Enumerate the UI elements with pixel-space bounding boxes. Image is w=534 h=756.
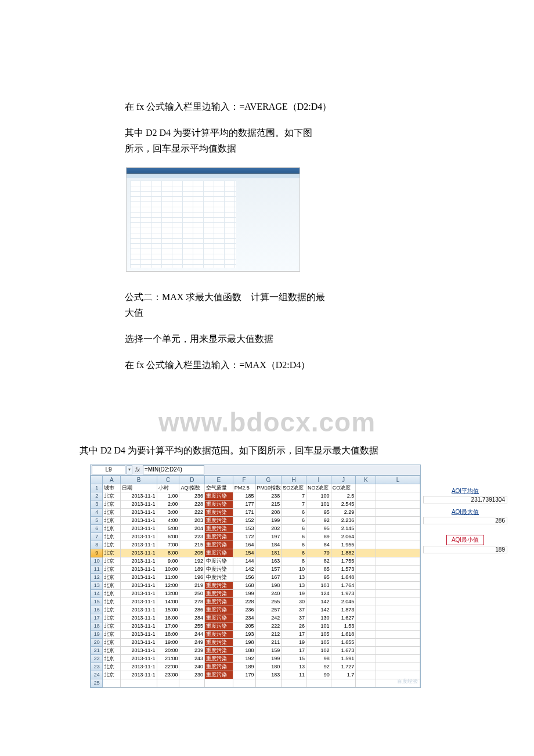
cell[interactable] <box>356 484 376 492</box>
row-header[interactable]: 19 <box>91 631 103 639</box>
row-header[interactable]: 14 <box>91 590 103 598</box>
cell[interactable]: 172 <box>233 533 256 541</box>
cell[interactable] <box>376 557 420 566</box>
row-header[interactable]: 3 <box>91 501 103 509</box>
cell[interactable] <box>376 525 420 533</box>
cell[interactable]: 163 <box>256 557 282 566</box>
cell[interactable]: 168 <box>233 582 256 590</box>
cell[interactable]: 2013-11-1 <box>121 566 157 574</box>
cell[interactable]: 重度污染 <box>205 622 233 631</box>
cell[interactable]: 2.145 <box>331 525 356 533</box>
cell[interactable] <box>121 679 157 687</box>
cell[interactable]: 192 <box>179 557 205 566</box>
cell[interactable] <box>376 509 420 517</box>
cell[interactable]: 95 <box>306 509 331 517</box>
cell[interactable] <box>376 647 420 655</box>
row-header[interactable]: 25 <box>91 679 103 687</box>
cell[interactable]: PM10指数 <box>256 484 282 492</box>
cell[interactable]: 1.755 <box>331 557 356 566</box>
cell[interactable]: 219 <box>179 582 205 590</box>
cell[interactable] <box>356 517 376 525</box>
cell[interactable]: 181 <box>256 549 282 557</box>
cell[interactable]: 2.045 <box>331 598 356 606</box>
cell[interactable]: 199 <box>233 590 256 598</box>
cell[interactable]: 重度污染 <box>205 655 233 663</box>
cell[interactable]: 2013-11-1 <box>121 639 157 647</box>
cell[interactable]: 205 <box>179 549 205 557</box>
cell[interactable]: SO2浓度 <box>282 484 306 492</box>
cell[interactable]: 193 <box>233 631 256 639</box>
cell[interactable]: 北京 <box>103 663 121 671</box>
cell[interactable]: 重度污染 <box>205 614 233 622</box>
cell[interactable]: 95 <box>306 525 331 533</box>
cell[interactable]: 城市 <box>103 484 121 492</box>
cell[interactable]: 167 <box>256 574 282 582</box>
cell[interactable]: 1.53 <box>331 622 356 631</box>
cell[interactable]: 6 <box>282 533 306 541</box>
cell[interactable] <box>179 679 205 687</box>
cell[interactable]: 重度污染 <box>205 606 233 614</box>
cell[interactable]: 15 <box>282 655 306 663</box>
cell[interactable] <box>356 509 376 517</box>
cell[interactable]: 小时 <box>157 484 180 492</box>
cell[interactable]: 北京 <box>103 631 121 639</box>
cell[interactable]: 北京 <box>103 606 121 614</box>
cell[interactable]: 159 <box>256 647 282 655</box>
cell[interactable]: 2013-11-1 <box>121 614 157 622</box>
cell[interactable]: 2013-11-1 <box>121 663 157 671</box>
cell[interactable]: 1.7 <box>331 671 356 679</box>
row-header[interactable]: 13 <box>91 582 103 590</box>
cell[interactable]: 2013-11-1 <box>121 622 157 631</box>
cell[interactable]: 85 <box>306 566 331 574</box>
cell[interactable]: 234 <box>233 614 256 622</box>
cell[interactable] <box>376 517 420 525</box>
col-header[interactable]: H <box>282 476 306 484</box>
cell[interactable]: 100 <box>306 492 331 501</box>
cell[interactable]: 249 <box>179 639 205 647</box>
cell[interactable]: 重度污染 <box>205 639 233 647</box>
cell[interactable]: 103 <box>306 582 331 590</box>
cell[interactable]: 18:00 <box>157 631 180 639</box>
cell[interactable]: 179 <box>233 671 256 679</box>
cell[interactable]: 北京 <box>103 574 121 582</box>
cell[interactable] <box>376 484 420 492</box>
cell[interactable] <box>356 671 376 679</box>
cell[interactable]: 255 <box>256 598 282 606</box>
cell[interactable]: 8:00 <box>157 549 180 557</box>
cell[interactable]: 79 <box>306 549 331 557</box>
cell[interactable]: 84 <box>306 541 331 549</box>
fx-icon[interactable]: fx <box>132 467 143 473</box>
cell[interactable]: NO2浓度 <box>306 484 331 492</box>
cell[interactable] <box>356 614 376 622</box>
cell[interactable]: 1.591 <box>331 655 356 663</box>
cell[interactable]: 6:00 <box>157 533 180 541</box>
cell[interactable]: 10:00 <box>157 566 180 574</box>
cell[interactable]: 北京 <box>103 492 121 501</box>
cell[interactable] <box>356 622 376 631</box>
cell[interactable]: 2.29 <box>331 509 356 517</box>
cell[interactable]: 重度污染 <box>205 598 233 606</box>
row-header[interactable]: 9 <box>91 549 103 557</box>
col-header[interactable]: G <box>256 476 282 484</box>
cell[interactable]: 202 <box>256 525 282 533</box>
cell[interactable]: 23:00 <box>157 671 180 679</box>
cell[interactable]: 240 <box>179 663 205 671</box>
cell[interactable]: 2013-11-1 <box>121 549 157 557</box>
cell[interactable]: 286 <box>179 606 205 614</box>
cell[interactable]: 6 <box>282 517 306 525</box>
cell[interactable]: 10 <box>282 566 306 574</box>
cell[interactable] <box>356 582 376 590</box>
cell[interactable]: 90 <box>306 671 331 679</box>
cell[interactable]: 199 <box>256 517 282 525</box>
cell[interactable]: 177 <box>233 501 256 509</box>
cell[interactable] <box>376 541 420 549</box>
cell[interactable]: 98 <box>306 655 331 663</box>
cell[interactable]: 171 <box>233 509 256 517</box>
cell[interactable]: 北京 <box>103 655 121 663</box>
cell[interactable] <box>282 679 306 687</box>
cell[interactable]: 2013-11-1 <box>121 655 157 663</box>
cell[interactable]: 142 <box>306 598 331 606</box>
cell[interactable]: 北京 <box>103 517 121 525</box>
cell[interactable]: 230 <box>179 671 205 679</box>
cell[interactable]: 2013-11-1 <box>121 598 157 606</box>
